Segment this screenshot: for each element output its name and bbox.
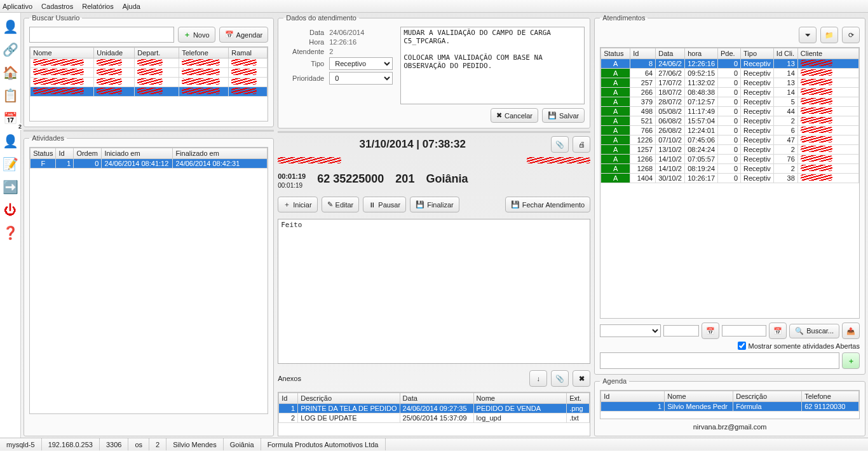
col-nome[interactable]: Nome: [665, 391, 733, 402]
col-data[interactable]: Data: [656, 48, 685, 59]
table-row[interactable]: 1 Silvio Mendes Pedr Fórmula 62 91120030: [601, 402, 859, 412]
col-ramal[interactable]: Ramal: [229, 48, 268, 59]
table-row[interactable]: [31, 68, 268, 78]
table-row[interactable]: A126614/10/207:05:570Receptiv76: [601, 155, 859, 164]
col-id[interactable]: Id: [601, 391, 665, 402]
table-row[interactable]: A125713/10/208:24:240Receptiv2: [601, 145, 859, 155]
col-finalizado[interactable]: Finalizado em: [173, 148, 268, 159]
col-hora[interactable]: hora: [685, 48, 718, 59]
table-row[interactable]: A6427/06/209:52:150Receptiv14: [601, 69, 859, 78]
col-ordem[interactable]: Ordem: [74, 148, 102, 159]
col-tel[interactable]: Telefone: [802, 391, 859, 402]
col-telefone[interactable]: Telefone: [179, 48, 229, 59]
cancelar-button[interactable]: ✖Cancelar: [491, 108, 538, 123]
mostrar-abertas-checkbox[interactable]: [738, 342, 746, 350]
col-desc[interactable]: Descrição: [733, 391, 802, 402]
editar-button[interactable]: ✎Editar: [322, 197, 360, 212]
search-input[interactable]: [29, 27, 174, 43]
col-data[interactable]: Data: [400, 393, 473, 404]
salvar-button[interactable]: 💾Salvar: [542, 108, 585, 123]
table-row[interactable]: A26618/07/208:48:380Receptiv14: [601, 88, 859, 97]
table-row[interactable]: A52106/08/215:57:040Receptiv2: [601, 116, 859, 126]
table-row[interactable]: A25717/07/211:32:020Receptiv13: [601, 78, 859, 88]
attach-file-button[interactable]: 📎: [551, 370, 569, 387]
network-icon[interactable]: 🔗: [0, 39, 20, 60]
col-status[interactable]: Status: [31, 148, 56, 159]
calendar-icon[interactable]: 📅2: [0, 108, 20, 128]
home-icon[interactable]: 🏠: [0, 62, 20, 83]
finalizar-button[interactable]: 💾Finalizar: [410, 197, 459, 212]
iniciar-button[interactable]: ＋Iniciar: [278, 197, 317, 212]
col-cliente[interactable]: Cliente: [797, 48, 858, 59]
user-add-icon[interactable]: 👤: [0, 17, 20, 37]
filter-value[interactable]: [663, 325, 699, 337]
note-icon[interactable]: 📝: [0, 154, 20, 174]
refresh-button[interactable]: ⟳: [842, 27, 860, 43]
col-id[interactable]: Id: [279, 393, 298, 404]
col-depart[interactable]: Depart.: [135, 48, 179, 59]
exit-icon[interactable]: ➡️: [0, 177, 20, 197]
buscar-button[interactable]: 🔍Buscar...: [789, 324, 839, 338]
menu-relatorios[interactable]: Relatórios: [82, 3, 114, 10]
atividades-grid[interactable]: Status Id Ordem Iniciado em Finalizado e…: [29, 147, 268, 414]
fechar-atendimento-button[interactable]: 💾Fechar Atendimento: [505, 197, 590, 212]
filter-button[interactable]: ⏷: [799, 27, 817, 43]
col-iniciado[interactable]: Iniciado em: [102, 148, 173, 159]
table-row[interactable]: A49805/08/211:17:490Receptiv44: [601, 107, 859, 116]
col-ext[interactable]: Ext.: [567, 393, 590, 404]
menu-aplicativo[interactable]: Aplicativo: [3, 3, 32, 10]
table-row[interactable]: 2LOG DE UPDATE25/06/2014 15:37:09log_upd…: [279, 413, 590, 423]
table-row[interactable]: [31, 78, 268, 87]
agendar-button[interactable]: 📅Agendar: [219, 27, 269, 43]
agenda-grid[interactable]: Id Nome Descrição Telefone 1 Silvio Mend…: [600, 390, 860, 419]
table-row[interactable]: [31, 59, 268, 68]
atendimentos-grid[interactable]: Status Id Data hora Pde. Tipo Id Cli. Cl…: [600, 47, 860, 319]
table-row[interactable]: A140430/10/210:26:170Receptiv38: [601, 174, 859, 183]
download-button[interactable]: ↓: [529, 370, 547, 387]
pausar-button[interactable]: ⏸Pausar: [363, 197, 406, 212]
novo-button[interactable]: ＋Novo: [178, 27, 215, 43]
print-button[interactable]: 🖨: [573, 136, 590, 153]
table-row[interactable]: A126814/10/208:19:240Receptiv2: [601, 164, 859, 174]
ticket-body[interactable]: Feito: [278, 219, 590, 364]
table-row[interactable]: A824/06/212:26:160Receptiv13: [601, 59, 859, 69]
tipo-select[interactable]: Receptivo: [329, 57, 393, 70]
col-status[interactable]: Status: [601, 48, 630, 59]
table-row[interactable]: [31, 87, 268, 97]
col-tipo[interactable]: Tipo: [741, 48, 774, 59]
col-id[interactable]: Id: [630, 48, 656, 59]
splitter[interactable]: [278, 131, 590, 133]
table-row[interactable]: F 1 0 24/06/2014 08:41:12 24/06/2014 08:…: [31, 159, 268, 169]
menu-ajuda[interactable]: Ajuda: [123, 3, 140, 10]
menu-cadastros[interactable]: Cadastros: [41, 3, 73, 10]
table-row[interactable]: A76626/08/212:24:010Receptiv6: [601, 126, 859, 135]
prioridade-select[interactable]: 0: [329, 72, 393, 85]
power-icon[interactable]: ⏻: [0, 200, 20, 220]
help-icon[interactable]: ❓: [0, 223, 20, 243]
list-icon[interactable]: 📋: [0, 85, 20, 106]
table-row[interactable]: A37928/07/207:12:570Receptiv5: [601, 97, 859, 107]
splitter[interactable]: [24, 130, 274, 132]
contact-icon[interactable]: 👤: [0, 131, 20, 151]
anexos-grid[interactable]: Id Descrição Data Nome Ext. 1PRINTE DA T…: [278, 392, 590, 436]
export-button[interactable]: 📤: [842, 323, 860, 339]
date-to-button[interactable]: 📅: [769, 323, 787, 339]
add-button[interactable]: ＋: [842, 352, 860, 369]
table-row[interactable]: 1PRINTE DA TELA DE PEDIDO24/06/2014 09:2…: [279, 404, 590, 413]
col-unidade[interactable]: Unidade: [94, 48, 135, 59]
dados-notes[interactable]: MUDAR A VALIDAÇÃO DO CAMPO DE CARGA C5_T…: [400, 27, 585, 104]
col-desc[interactable]: Descrição: [298, 393, 400, 404]
col-id[interactable]: Id: [56, 148, 74, 159]
new-item-input[interactable]: [600, 352, 839, 369]
col-idcli[interactable]: Id Cli.: [773, 48, 797, 59]
col-pde[interactable]: Pde.: [718, 48, 741, 59]
filter-select[interactable]: [600, 324, 661, 337]
usuarios-grid[interactable]: Nome Unidade Depart. Telefone Ramal: [29, 46, 268, 121]
col-nome[interactable]: Nome: [473, 393, 567, 404]
table-row[interactable]: A122607/10/207:45:060Receptiv47: [601, 135, 859, 145]
col-nome[interactable]: Nome: [31, 48, 94, 59]
date-input[interactable]: [722, 325, 766, 337]
delete-attachment-button[interactable]: ✖: [573, 370, 590, 387]
attach-button[interactable]: 📎: [551, 136, 569, 153]
folder-button[interactable]: 📁: [820, 27, 838, 43]
